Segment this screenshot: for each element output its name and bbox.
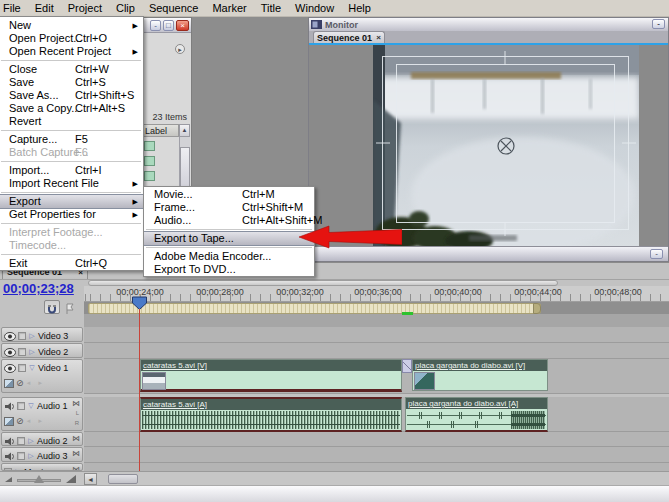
close-icon[interactable]: × bbox=[176, 20, 189, 31]
track-header[interactable]: ▷ Video 2 bbox=[1, 343, 83, 358]
menu-item-export-to-dvd[interactable]: Export To DVD... bbox=[144, 263, 314, 276]
panel-menu-icon[interactable]: ▸ bbox=[175, 44, 185, 54]
menu-edit[interactable]: Edit bbox=[28, 1, 61, 16]
track-header[interactable]: ⋈ ▷ Audio 3 bbox=[1, 447, 83, 462]
track-lock-box[interactable] bbox=[18, 348, 26, 356]
menu-item-import-recent-file[interactable]: Import Recent File▶ bbox=[0, 177, 143, 190]
menu-item-new[interactable]: New▶ bbox=[0, 19, 143, 32]
scroll-left-icon[interactable]: ◄ bbox=[84, 473, 97, 485]
collapse-track-icon[interactable]: ▽ bbox=[27, 402, 35, 410]
current-timecode[interactable]: 00;00;23;28 bbox=[3, 281, 74, 296]
menu-clip[interactable]: Clip bbox=[109, 1, 142, 16]
clip-cataratas-audio[interactable]: cataratas 5.avi [A] bbox=[140, 397, 402, 432]
menu-window[interactable]: Window bbox=[288, 1, 341, 16]
speaker-icon[interactable] bbox=[4, 402, 15, 411]
menu-item-revert[interactable]: Revert bbox=[0, 115, 143, 128]
tab-close-icon[interactable]: × bbox=[376, 33, 381, 42]
track-name[interactable]: Video 1 bbox=[38, 363, 68, 373]
menu-item-save-as[interactable]: Save As...Ctrl+Shift+S bbox=[0, 89, 143, 102]
menu-item-open-recent-project[interactable]: Open Recent Project▶ bbox=[0, 45, 143, 58]
clip-placa-video[interactable]: placa garganta do diabo.avi [V] bbox=[412, 359, 548, 391]
minimize-icon[interactable]: - bbox=[150, 20, 161, 31]
scroll-up-icon[interactable]: ▲ bbox=[179, 124, 190, 137]
track-header[interactable]: ⋈ ▷ Master bbox=[1, 463, 83, 471]
menu-item-save[interactable]: SaveCtrl+S bbox=[0, 76, 143, 89]
menu-item-adobe-media-encoder[interactable]: Adobe Media Encoder... bbox=[144, 250, 314, 263]
output-assign-icon[interactable]: ⋈ bbox=[72, 450, 80, 458]
set-display-style-icon[interactable] bbox=[4, 379, 14, 388]
label-color-chip[interactable] bbox=[144, 171, 155, 181]
speaker-icon[interactable] bbox=[4, 452, 15, 461]
expand-track-icon[interactable]: ▷ bbox=[28, 332, 36, 340]
zoom-in-icon[interactable] bbox=[66, 475, 76, 483]
menu-project[interactable]: Project bbox=[61, 1, 109, 16]
set-marker-button[interactable] bbox=[64, 301, 76, 313]
horizontal-scrollbar-thumb[interactable] bbox=[108, 474, 138, 484]
label-color-chip[interactable] bbox=[144, 156, 155, 166]
show-keyframes-icon[interactable]: ⊘ bbox=[16, 417, 24, 426]
menu-item-audio[interactable]: Audio...Ctrl+Alt+Shift+M bbox=[144, 214, 314, 227]
work-area-end-handle[interactable] bbox=[533, 303, 541, 314]
track-lock-box[interactable] bbox=[18, 364, 26, 372]
track-content[interactable] bbox=[84, 432, 669, 447]
menu-item-frame[interactable]: Frame...Ctrl+Shift+M bbox=[144, 201, 314, 214]
set-display-style-icon[interactable] bbox=[4, 417, 14, 426]
monitor-titlebar[interactable]: Monitor - bbox=[309, 18, 668, 31]
track-header[interactable]: ⋈ ▷ Audio 2 bbox=[1, 432, 83, 446]
expand-track-icon[interactable]: ▷ bbox=[27, 437, 35, 445]
menu-item-close[interactable]: CloseCtrl+W bbox=[0, 63, 143, 76]
output-assign-icon[interactable]: ⋈ bbox=[72, 435, 80, 443]
speaker-icon[interactable] bbox=[4, 437, 15, 446]
monitor-minimize-icon[interactable]: - bbox=[652, 19, 665, 29]
collapse-track-icon[interactable]: ▽ bbox=[28, 364, 36, 372]
menu-item-export-to-tape[interactable]: Export to Tape... bbox=[144, 231, 314, 246]
menu-title[interactable]: Title bbox=[254, 1, 288, 16]
transition-icon[interactable] bbox=[402, 359, 412, 373]
eye-icon[interactable] bbox=[4, 332, 16, 341]
menu-item-open-project[interactable]: Open Project...Ctrl+O bbox=[0, 32, 143, 45]
track-name[interactable]: Video 3 bbox=[38, 331, 68, 341]
track-lock-box[interactable] bbox=[17, 452, 25, 460]
zoom-out-icon[interactable] bbox=[5, 477, 12, 482]
track-header[interactable]: ▽ Video 1 ⊘ ◄ ► bbox=[1, 359, 83, 393]
menu-item-movie[interactable]: Movie...Ctrl+M bbox=[144, 188, 314, 201]
track-name[interactable]: Audio 3 bbox=[37, 451, 68, 461]
track-lock-box[interactable] bbox=[17, 402, 25, 410]
track-content[interactable] bbox=[84, 447, 669, 463]
playhead-line[interactable] bbox=[139, 309, 140, 471]
current-time-indicator[interactable] bbox=[132, 296, 147, 310]
expand-track-icon[interactable]: ▷ bbox=[28, 348, 36, 356]
clip-cataratas-video[interactable]: cataratas 5.avi [V] bbox=[140, 359, 402, 392]
menu-marker[interactable]: Marker bbox=[205, 1, 253, 16]
label-color-chip[interactable] bbox=[144, 141, 155, 151]
menu-item-export[interactable]: Export▶ bbox=[0, 194, 143, 209]
menu-file[interactable]: File bbox=[0, 1, 28, 16]
eye-icon[interactable] bbox=[4, 364, 16, 373]
label-column-header[interactable]: Label bbox=[140, 124, 179, 137]
clip-placa-audio[interactable]: placa garganta do diabo.avi [A] bbox=[405, 397, 548, 432]
menu-sequence[interactable]: Sequence bbox=[142, 1, 206, 16]
collapse-panel-icon[interactable]: - bbox=[650, 249, 663, 259]
tab-sequence-01[interactable]: Sequence 01 × bbox=[313, 31, 385, 43]
show-keyframes-icon[interactable]: ⊘ bbox=[16, 379, 24, 388]
track-name[interactable]: Video 2 bbox=[38, 347, 68, 357]
eye-icon[interactable] bbox=[4, 348, 16, 357]
track-header[interactable]: ⋈ L R ▽ Audio 1 ⊘ ◄ ► bbox=[1, 397, 83, 431]
snap-toggle[interactable] bbox=[44, 300, 60, 314]
maximize-icon[interactable]: □ bbox=[163, 20, 174, 31]
track-content[interactable] bbox=[84, 327, 669, 343]
track-content[interactable] bbox=[84, 343, 669, 359]
track-name[interactable]: Audio 1 bbox=[37, 401, 68, 411]
track-name[interactable]: Audio 2 bbox=[37, 436, 68, 446]
menu-item-exit[interactable]: ExitCtrl+Q bbox=[0, 257, 143, 270]
keyframe-nav-icons[interactable]: ◄ ► bbox=[26, 418, 46, 424]
menu-item-import[interactable]: Import...Ctrl+I bbox=[0, 164, 143, 177]
work-area-bar[interactable] bbox=[88, 303, 541, 314]
menu-item-get-properties-for[interactable]: Get Properties for▶ bbox=[0, 208, 143, 221]
menu-help[interactable]: Help bbox=[341, 1, 378, 16]
expand-track-icon[interactable]: ▷ bbox=[27, 452, 35, 460]
menu-item-save-a-copy[interactable]: Save a Copy...Ctrl+Alt+S bbox=[0, 102, 143, 115]
track-header[interactable]: ▷ Video 3 bbox=[1, 327, 83, 342]
track-lock-box[interactable] bbox=[17, 437, 25, 445]
track-lock-box[interactable] bbox=[18, 332, 26, 340]
